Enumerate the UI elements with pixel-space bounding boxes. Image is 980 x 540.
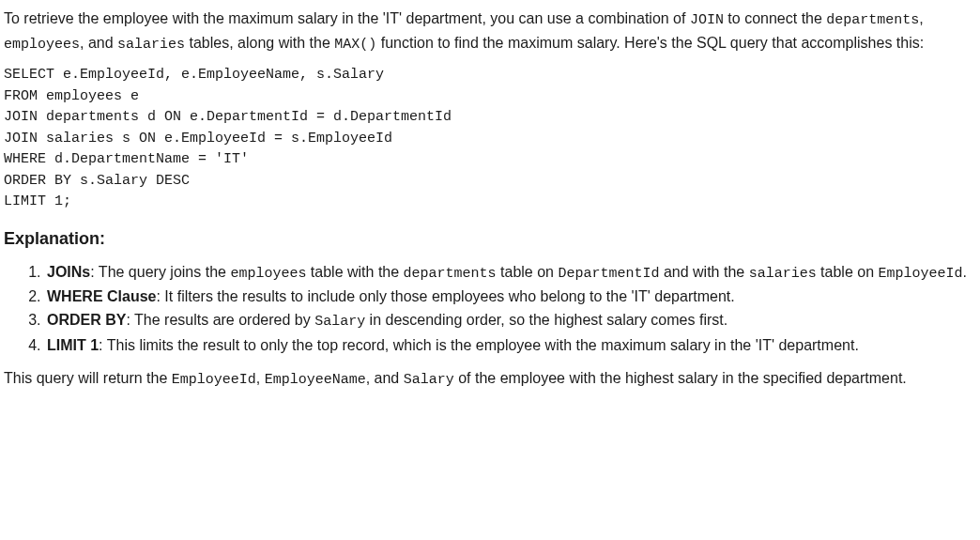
item-text: table on xyxy=(817,264,879,280)
code-join: JOIN xyxy=(690,12,724,28)
item-title: ORDER BY xyxy=(47,312,126,328)
intro-paragraph: To retrieve the employee with the maximu… xyxy=(4,8,976,55)
list-item: WHERE Clause: It filters the results to … xyxy=(45,285,976,307)
intro-text: tables, along with the xyxy=(185,35,334,51)
list-item: ORDER BY: The results are ordered by Sal… xyxy=(45,309,976,332)
code-inline: EmployeeName xyxy=(265,372,366,388)
code-inline: departments xyxy=(404,266,497,282)
item-text: table on xyxy=(497,264,559,280)
item-text: and with the xyxy=(659,264,748,280)
intro-text: to connect the xyxy=(724,10,826,26)
intro-text: function to find the maximum salary. Her… xyxy=(376,35,924,51)
item-text: : This limits the result to only the top… xyxy=(99,337,859,353)
item-title: LIMIT 1 xyxy=(47,337,99,353)
intro-text: , and xyxy=(80,35,117,51)
item-text: : The query joins the xyxy=(90,264,230,280)
closing-text: This query will return the xyxy=(4,370,172,386)
code-inline: Salary xyxy=(404,372,454,388)
explanation-heading: Explanation: xyxy=(4,226,976,252)
code-inline: DepartmentId xyxy=(558,266,659,282)
code-departments: departments xyxy=(826,12,919,28)
intro-text: To retrieve the employee with the maximu… xyxy=(4,10,690,26)
item-text: : The results are ordered by xyxy=(126,312,314,328)
explanation-list: JOINs: The query joins the employees tab… xyxy=(4,261,976,357)
list-item: JOINs: The query joins the employees tab… xyxy=(45,261,976,285)
item-title: WHERE Clause xyxy=(47,288,156,304)
item-text: in descending order, so the highest sala… xyxy=(365,312,727,328)
list-item: LIMIT 1: This limits the result to only … xyxy=(45,334,976,356)
code-inline: salaries xyxy=(749,266,817,282)
item-text: : It filters the results to include only… xyxy=(156,288,734,304)
code-salaries: salaries xyxy=(117,37,185,53)
intro-text: , xyxy=(919,10,923,26)
code-inline: employees xyxy=(230,266,306,282)
code-employees: employees xyxy=(4,37,80,53)
closing-text: , and xyxy=(366,370,404,386)
closing-text: , xyxy=(256,370,265,386)
item-text: . xyxy=(962,264,966,280)
code-inline: EmployeeId xyxy=(878,266,962,282)
closing-text: of the employee with the highest salary … xyxy=(454,370,907,386)
code-max: MAX() xyxy=(334,37,376,53)
code-inline: Salary xyxy=(314,314,365,330)
closing-paragraph: This query will return the EmployeeId, E… xyxy=(4,367,976,392)
item-title: JOINs xyxy=(47,264,90,280)
code-inline: EmployeeId xyxy=(172,372,256,388)
sql-code-block: SELECT e.EmployeeId, e.EmployeeName, s.S… xyxy=(4,65,976,213)
item-text: table with the xyxy=(306,264,403,280)
